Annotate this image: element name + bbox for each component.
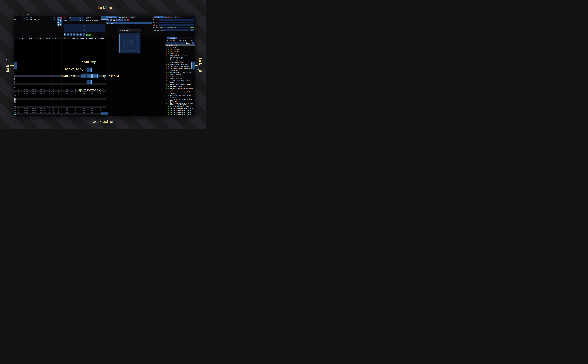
- pattern-cell[interactable]: [61, 94, 70, 96]
- pattern-cell[interactable]: [35, 89, 44, 91]
- pattern-cell[interactable]: [17, 108, 26, 110]
- tab-effect-list[interactable]: Effect List: [167, 37, 177, 39]
- pattern-cell[interactable]: [70, 115, 79, 116]
- pattern-cell[interactable]: [53, 77, 61, 79]
- pattern-cell[interactable]: [70, 98, 79, 100]
- pattern-cell[interactable]: [97, 108, 106, 110]
- pattern-cell[interactable]: [26, 85, 35, 87]
- pattern-cell[interactable]: [61, 113, 70, 115]
- pattern-cell[interactable]: [79, 100, 88, 102]
- pattern-cell[interactable]: [26, 113, 35, 115]
- pattern-cell[interactable]: [79, 98, 88, 100]
- channel-header-square-1[interactable]: Square 1: [70, 37, 79, 39]
- system-field[interactable]: [159, 27, 189, 28]
- pattern-cell[interactable]: [35, 110, 44, 111]
- effect-row[interactable]: 12xxSet level of operator 1 (0 highest, …: [165, 87, 195, 91]
- pattern-cell[interactable]: [26, 83, 35, 85]
- pattern-cell[interactable]: [79, 115, 88, 116]
- pattern-cell[interactable]: [61, 89, 70, 91]
- close-icon[interactable]: ×: [192, 37, 195, 39]
- pattern-row[interactable]: 13: [14, 100, 106, 102]
- pattern-cell[interactable]: [17, 89, 26, 91]
- pattern-cell[interactable]: [35, 108, 44, 110]
- split-target-top[interactable]: [86, 68, 92, 72]
- pattern-cell[interactable]: [35, 91, 44, 92]
- pattern-cell[interactable]: [44, 94, 53, 96]
- close-icon[interactable]: ×: [192, 16, 195, 18]
- pattern-cell[interactable]: [79, 104, 88, 106]
- pattern-cell[interactable]: [44, 98, 53, 100]
- pattern-row[interactable]: 17: [14, 108, 106, 110]
- order-cell[interactable]: 00: [37, 19, 41, 21]
- pattern-cell[interactable]: [17, 94, 26, 96]
- pattern-cell[interactable]: [79, 85, 88, 87]
- pattern-cell[interactable]: [26, 92, 35, 94]
- menu-help[interactable]: help: [41, 14, 46, 16]
- tab-speed[interactable]: Speed: [173, 16, 180, 18]
- pattern-cell[interactable]: [70, 89, 79, 91]
- order-cell[interactable]: 00: [48, 19, 52, 21]
- pattern-cell[interactable]: [35, 81, 44, 83]
- channel-header-fm-4[interactable]: FM 4: [44, 37, 53, 39]
- pattern-cell[interactable]: [70, 102, 79, 104]
- pattern-cell[interactable]: [53, 92, 61, 94]
- auto-system-button[interactable]: Auto: [190, 27, 194, 28]
- pattern-cell[interactable]: [44, 115, 53, 116]
- pattern-cell[interactable]: [61, 110, 70, 111]
- order-cell[interactable]: 00: [52, 19, 56, 21]
- pattern-row[interactable]: 5: [14, 85, 106, 87]
- pattern-cell[interactable]: [53, 111, 61, 113]
- pattern-row[interactable]: 19: [14, 111, 106, 113]
- pattern-cell[interactable]: [35, 87, 44, 89]
- pattern-cell[interactable]: [53, 89, 61, 91]
- piano-widget-upper[interactable]: [64, 24, 105, 28]
- pattern-cell[interactable]: [97, 92, 106, 94]
- tab-samples[interactable]: Samples: [128, 16, 136, 18]
- effect-row[interactable]: 07xyTremolo (x: speed; y: depth): [165, 64, 195, 66]
- pattern-cell[interactable]: [26, 77, 35, 79]
- tuning-field[interactable]: [162, 29, 189, 31]
- pattern-cell[interactable]: [44, 77, 53, 79]
- pattern-cell[interactable]: [35, 79, 44, 81]
- pattern-cell[interactable]: [26, 111, 35, 113]
- tab-wavetables[interactable]: Wavetables: [117, 16, 128, 18]
- pattern-cell[interactable]: [44, 96, 53, 98]
- order-cell[interactable]: 00: [25, 19, 29, 21]
- duplicate-instrument-button[interactable]: [110, 19, 112, 21]
- pattern-cell[interactable]: [17, 75, 26, 77]
- dock-target-left[interactable]: [14, 62, 17, 69]
- pattern-cell[interactable]: [53, 110, 61, 111]
- pattern-cell[interactable]: [53, 85, 61, 87]
- pattern-cell[interactable]: [17, 115, 26, 116]
- effect-row[interactable]: 02xxPitch slide down: [165, 50, 195, 52]
- pattern-cell[interactable]: [35, 85, 44, 87]
- pattern-cell[interactable]: [61, 92, 70, 94]
- step-decrease-button[interactable]: -: [79, 20, 81, 21]
- pattern-cell[interactable]: [61, 102, 70, 104]
- order-row-number[interactable]: 00: [14, 19, 18, 21]
- effect-row[interactable]: 01xxPitch slide up: [165, 48, 195, 50]
- pattern-corner-cell[interactable]: ++: [14, 37, 17, 39]
- pattern-cell[interactable]: [61, 104, 70, 106]
- delete-instrument-button[interactable]: ×: [127, 19, 129, 21]
- pattern-cell[interactable]: [70, 81, 79, 83]
- pattern-cell[interactable]: [17, 102, 26, 104]
- collapse-arrow-icon[interactable]: ▼: [165, 37, 167, 39]
- play-from-cursor-button[interactable]: [73, 33, 75, 36]
- pattern-cell[interactable]: [61, 87, 70, 89]
- play-button[interactable]: [64, 33, 66, 36]
- pattern-cell[interactable]: [88, 111, 97, 113]
- follow-pattern-checkbox[interactable]: [86, 20, 88, 21]
- add-order-button[interactable]: +: [57, 17, 59, 19]
- pattern-cell[interactable]: [88, 100, 97, 102]
- pattern-cell[interactable]: [70, 113, 79, 115]
- pattern-cell[interactable]: [79, 96, 88, 98]
- order-cell[interactable]: 00: [45, 19, 48, 21]
- pattern-cell[interactable]: [70, 111, 79, 113]
- pattern-cell[interactable]: [17, 87, 26, 89]
- pattern-cell[interactable]: [53, 108, 61, 110]
- effect-row[interactable]: 14xxSet level of operator 3 (0 highest, …: [165, 95, 195, 98]
- pattern-cell[interactable]: [26, 94, 35, 96]
- pattern-cell[interactable]: [61, 108, 70, 110]
- repeat-pattern-button[interactable]: [83, 33, 85, 36]
